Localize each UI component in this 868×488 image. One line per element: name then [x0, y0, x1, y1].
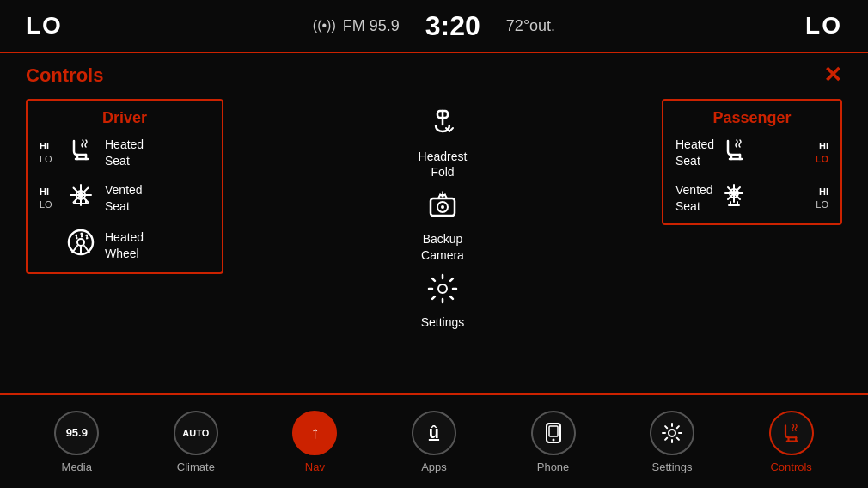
- top-bar: LO ((•)) FM 95.9 3:20 72°out. LO: [0, 0, 868, 53]
- driver-vented-seat-label: VentedSeat: [105, 182, 143, 213]
- driver-heated-seat-hilo: HI LO: [40, 140, 57, 165]
- controls-nav-label: Controls: [770, 461, 811, 473]
- apps-label: Apps: [421, 461, 447, 473]
- nav-label: Nav: [305, 461, 325, 473]
- settings-nav-icon: [650, 411, 694, 455]
- phone-label: Phone: [537, 461, 570, 473]
- passenger-vented-seat[interactable]: VentedSeat HI LO: [675, 181, 828, 215]
- nav-item-controls[interactable]: Controls: [757, 411, 826, 473]
- settings-nav-label: Settings: [652, 461, 693, 473]
- driver-heated-seat-icon: [65, 136, 96, 169]
- nav-item-climate[interactable]: AUTO Climate: [162, 411, 230, 473]
- passenger-heated-seat-label: HeatedSeat: [675, 137, 714, 168]
- settings-button[interactable]: Settings: [395, 273, 490, 330]
- bottom-nav: 95.9 Media AUTO Climate ↑ Nav û Apps: [0, 393, 868, 488]
- passenger-panel: Passenger HeatedSeat: [662, 99, 842, 225]
- svg-point-6: [77, 239, 84, 246]
- headrest-fold-button[interactable]: HeadrestFold: [395, 107, 490, 180]
- radio-wave-icon: ((•)): [313, 18, 336, 34]
- svg-rect-21: [549, 426, 558, 436]
- media-label: Media: [62, 461, 92, 473]
- nav-item-settings[interactable]: Settings: [638, 411, 706, 473]
- driver-vented-seat[interactable]: HI LO VentedSeat: [40, 181, 210, 215]
- temperature-display: 72°out.: [506, 17, 555, 35]
- driver-heated-seat[interactable]: HI LO HeatedSeat: [40, 136, 210, 169]
- headrest-icon: [427, 107, 458, 145]
- driver-heated-seat-label: HeatedSeat: [105, 137, 144, 168]
- media-icon: 95.9: [54, 411, 99, 455]
- phone-icon: [531, 411, 576, 455]
- close-button[interactable]: ✕: [823, 62, 842, 88]
- driver-panel: Driver HI LO: [26, 99, 223, 274]
- backup-camera-button[interactable]: BackupCamera: [395, 190, 490, 262]
- backup-camera-label: BackupCamera: [421, 231, 464, 262]
- passenger-vented-seat-icon: [718, 181, 749, 215]
- driver-heated-wheel-label: HeatedWheel: [105, 229, 144, 260]
- svg-point-14: [438, 284, 447, 293]
- driver-vented-seat-icon: [65, 181, 96, 215]
- nav-item-phone[interactable]: Phone: [519, 411, 588, 473]
- top-bar-center: ((•)) FM 95.9 3:20 72°out.: [313, 10, 555, 42]
- main-content: Controls ✕ Driver HI LO: [0, 53, 868, 428]
- nav-item-nav[interactable]: ↑ Nav: [280, 411, 349, 473]
- camera-icon: [427, 190, 458, 228]
- settings-center-label: Settings: [421, 314, 465, 330]
- climate-icon: AUTO: [174, 411, 218, 455]
- passenger-heated-seat[interactable]: HeatedSeat HI LO: [675, 136, 828, 169]
- driver-heated-wheel[interactable]: HeatedWheel: [40, 227, 210, 264]
- center-column: HeadrestFold BackupCamera: [237, 99, 648, 330]
- nav-item-media[interactable]: 95.9 Media: [42, 411, 111, 473]
- panels-row: Driver HI LO: [26, 99, 842, 330]
- settings-center-icon: [427, 273, 458, 311]
- passenger-heated-seat-icon: [719, 136, 750, 169]
- svg-point-13: [441, 205, 444, 209]
- driver-heated-wheel-icon: [65, 227, 96, 264]
- apps-icon: û: [412, 411, 456, 455]
- svg-point-22: [552, 438, 554, 441]
- nav-item-apps[interactable]: û Apps: [400, 411, 468, 473]
- passenger-vented-seat-label: VentedSeat: [675, 182, 713, 213]
- passenger-heated-seat-left: HeatedSeat: [675, 136, 750, 169]
- nav-icon: ↑: [292, 411, 337, 455]
- svg-point-23: [669, 430, 675, 436]
- controls-nav-icon: [769, 411, 814, 455]
- headrest-fold-label: HeadrestFold: [419, 149, 468, 180]
- passenger-heated-seat-hilo: HI LO: [811, 140, 828, 165]
- climate-label: Climate: [177, 461, 215, 473]
- driver-panel-title: Driver: [40, 109, 210, 127]
- controls-header: Controls ✕: [26, 62, 842, 88]
- radio-station: FM 95.9: [343, 17, 400, 35]
- right-lo-label: LO: [805, 12, 842, 40]
- controls-title: Controls: [26, 64, 103, 87]
- passenger-panel-title: Passenger: [675, 109, 828, 127]
- left-lo-label: LO: [26, 12, 63, 40]
- passenger-vented-seat-left: VentedSeat: [675, 181, 749, 215]
- driver-vented-seat-hilo: HI LO: [40, 186, 57, 210]
- passenger-vented-seat-hilo: HI LO: [811, 186, 828, 210]
- time-display: 3:20: [425, 10, 480, 42]
- radio-info: ((•)) FM 95.9: [313, 17, 400, 35]
